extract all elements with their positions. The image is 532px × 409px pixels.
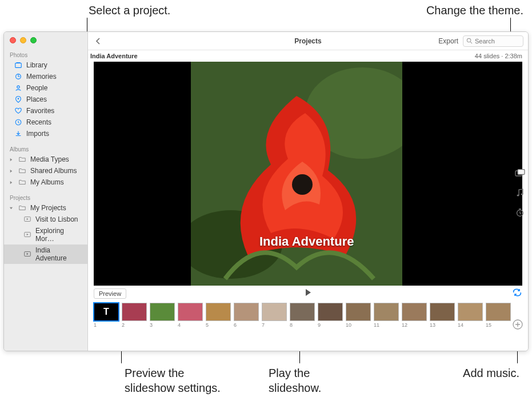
slideshow-preview[interactable]: India Adventure: [94, 62, 522, 286]
thumbnail-item[interactable]: 15: [486, 303, 511, 328]
slide-thumb[interactable]: [234, 303, 259, 321]
svg-point-17: [517, 194, 519, 196]
project-title: India Adventure: [90, 53, 138, 59]
places-icon: [14, 95, 22, 103]
back-button[interactable]: [93, 35, 104, 47]
slide-thumb[interactable]: [290, 303, 315, 321]
chevron-right-icon: [9, 169, 13, 173]
people-icon: [14, 84, 22, 92]
sidebar-item-visit-to-lisbon[interactable]: Visit to Lisbon: [4, 214, 87, 225]
slide-thumb[interactable]: [486, 303, 511, 321]
thumbnail-item[interactable]: 13: [430, 303, 455, 328]
thumb-number: 10: [346, 322, 371, 328]
thumb-number: 5: [206, 322, 231, 328]
sidebar-item-my-projects[interactable]: My Projects: [4, 202, 87, 214]
export-button[interactable]: Export: [434, 37, 463, 45]
sidebar-item-imports[interactable]: Imports: [4, 128, 87, 139]
sidebar-item-exploring-mor[interactable]: Exploring Mor…: [4, 225, 87, 244]
search-icon: [466, 36, 473, 46]
thumbnail-item[interactable]: 12: [402, 303, 427, 328]
svg-rect-0: [15, 63, 22, 68]
slide-thumb[interactable]: [122, 303, 147, 321]
slide-thumb[interactable]: [178, 303, 203, 321]
sidebar-item-places[interactable]: Places: [4, 94, 87, 105]
search-input[interactable]: [475, 38, 520, 45]
slide-thumb[interactable]: [346, 303, 371, 321]
svg-rect-16: [518, 170, 525, 175]
thumb-number: 12: [402, 322, 427, 328]
theme-button[interactable]: [515, 169, 525, 181]
project-meta: 44 slides · 2:38m: [475, 53, 522, 59]
thumbnail-item[interactable]: 8: [290, 303, 315, 328]
thumb-number: 15: [486, 322, 511, 328]
sidebar-item-favorites[interactable]: Favorites: [4, 105, 87, 117]
title-slide-thumb[interactable]: T: [94, 303, 119, 321]
zoom-window-button[interactable]: [30, 37, 37, 43]
slideshow-icon: [23, 215, 31, 223]
thumbnail-item[interactable]: 3: [150, 303, 175, 328]
thumbnail-item[interactable]: 14: [458, 303, 483, 328]
sidebar-item-label: Exploring Mor…: [35, 227, 82, 243]
sidebar-item-media-types[interactable]: Media Types: [4, 154, 87, 165]
preview-button[interactable]: Preview: [94, 288, 126, 299]
thumbnail-item[interactable]: 5: [206, 303, 231, 328]
thumbnail-item[interactable]: T1: [94, 303, 119, 328]
right-tools: [513, 169, 527, 219]
sidebar-item-label: Recents: [26, 118, 51, 126]
thumb-number: 13: [430, 322, 455, 328]
callout-add-music: Add music.: [463, 366, 519, 380]
sidebar-header-projects: Projects: [4, 191, 87, 202]
thumbnail-item[interactable]: 11: [374, 303, 399, 328]
thumb-number: 9: [318, 322, 343, 328]
thumbnail-item[interactable]: 4: [178, 303, 203, 328]
traffic-lights: [4, 32, 87, 49]
sidebar-item-shared-albums[interactable]: Shared Albums: [4, 165, 87, 177]
music-button[interactable]: [516, 189, 524, 200]
chevron-down-icon: [9, 206, 13, 210]
sidebar-item-my-albums[interactable]: My Albums: [4, 177, 87, 188]
sidebar-item-people[interactable]: People: [4, 82, 87, 94]
sidebar-item-library[interactable]: Library: [4, 59, 87, 71]
slide-thumb[interactable]: [262, 303, 287, 321]
slide-thumb[interactable]: [318, 303, 343, 321]
svg-point-4: [18, 98, 19, 99]
sidebar-item-recents[interactable]: Recents: [4, 117, 87, 128]
svg-rect-20: [519, 208, 521, 210]
duration-button[interactable]: [515, 208, 525, 219]
slide-thumb[interactable]: [402, 303, 427, 321]
sidebar-item-memories[interactable]: Memories: [4, 71, 87, 82]
thumbnail-item[interactable]: 10: [346, 303, 371, 328]
thumbnail-item[interactable]: 7: [262, 303, 287, 328]
sidebar-header-photos: Photos: [4, 49, 87, 59]
slide-caption: India Adventure: [259, 234, 354, 249]
svg-point-18: [521, 193, 523, 195]
thumb-number: 8: [290, 322, 315, 328]
main-content: Projects Export India Adventure 44 slide…: [88, 32, 528, 351]
svg-point-3: [17, 86, 19, 88]
close-window-button[interactable]: [10, 37, 16, 43]
sidebar-item-label: Places: [26, 95, 47, 103]
sidebar-item-label: My Albums: [30, 178, 64, 186]
play-button[interactable]: [303, 288, 313, 299]
heart-icon: [14, 107, 22, 115]
thumbnail-item[interactable]: 6: [234, 303, 259, 328]
slide-thumb[interactable]: [206, 303, 231, 321]
thumb-number: 4: [178, 322, 203, 328]
search-input-wrapper[interactable]: [463, 35, 523, 47]
sidebar-item-india-adventure[interactable]: India Adventure: [4, 244, 87, 264]
slide-thumb[interactable]: [458, 303, 483, 321]
minimize-window-button[interactable]: [20, 37, 26, 43]
svg-point-9: [467, 38, 470, 42]
slideshow-icon: [23, 250, 31, 258]
add-photos-button[interactable]: [512, 319, 523, 332]
slide-thumb[interactable]: [430, 303, 455, 321]
loop-button[interactable]: [512, 288, 522, 299]
sidebar-item-label: Favorites: [26, 107, 54, 115]
thumb-number: 3: [150, 322, 175, 328]
thumbnail-item[interactable]: 9: [318, 303, 343, 328]
sidebar-item-label: Memories: [26, 73, 57, 81]
thumbnail-item[interactable]: 2: [122, 303, 147, 328]
slide-thumb[interactable]: [374, 303, 399, 321]
slide-thumb[interactable]: [150, 303, 175, 321]
thumbnail-strip[interactable]: T123456789101112131415: [88, 302, 528, 330]
